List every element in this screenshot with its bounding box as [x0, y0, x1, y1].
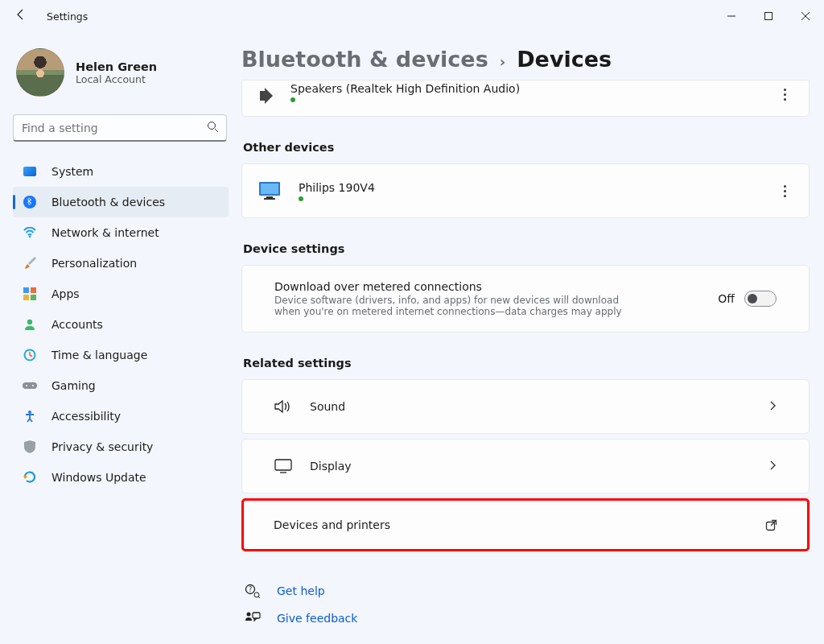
search-input[interactable] [13, 114, 227, 142]
update-icon [23, 470, 37, 485]
sidebar-item-system[interactable]: System [13, 156, 229, 187]
sidebar-item-privacy[interactable]: Privacy & security [13, 431, 229, 462]
metered-toggle[interactable] [744, 291, 777, 307]
search-box[interactable] [13, 114, 227, 142]
sidebar: Helen Green Local Account System Bluetoo… [0, 32, 241, 644]
sidebar-item-accounts[interactable]: Accounts [13, 309, 229, 340]
search-icon [207, 121, 219, 135]
person-icon [23, 317, 37, 332]
sidebar-item-windows-update[interactable]: Windows Update [13, 462, 229, 493]
monitor-icon [258, 181, 281, 200]
help-row: ? Get help [245, 579, 810, 603]
shield-icon [23, 440, 37, 454]
speaker-icon [258, 89, 273, 103]
sidebar-item-bluetooth-devices[interactable]: Bluetooth & devices [13, 187, 229, 217]
device-menu-button[interactable] [777, 179, 793, 204]
chevron-right-icon [768, 400, 777, 414]
svg-rect-6 [23, 295, 29, 300]
accessibility-icon [23, 409, 37, 423]
sidebar-item-gaming[interactable]: Gaming [13, 370, 229, 401]
svg-rect-5 [31, 287, 36, 293]
get-help-link[interactable]: Get help [277, 584, 325, 597]
sidebar-item-apps[interactable]: Apps [13, 279, 229, 309]
back-button[interactable] [11, 8, 31, 24]
breadcrumb: Bluetooth & devices › Devices [241, 47, 810, 72]
display-icon [274, 459, 292, 473]
svg-rect-24 [253, 613, 260, 618]
svg-point-13 [28, 411, 31, 414]
avatar [16, 48, 64, 97]
svg-text:?: ? [249, 586, 252, 593]
sidebar-item-label: System [52, 165, 93, 178]
window-title: Settings [47, 10, 88, 23]
svg-rect-15 [261, 184, 278, 194]
give-feedback-link[interactable]: Give feedback [277, 612, 357, 625]
user-name: Helen Green [76, 60, 157, 73]
link-label: Display [310, 460, 352, 473]
section-device-settings: Device settings [243, 242, 810, 255]
svg-rect-17 [264, 198, 275, 200]
sidebar-item-network[interactable]: Network & internet [13, 217, 229, 248]
related-sound-row[interactable]: Sound [241, 379, 810, 434]
breadcrumb-parent[interactable]: Bluetooth & devices [241, 47, 488, 72]
sidebar-item-label: Apps [52, 287, 80, 300]
sidebar-item-personalization[interactable]: Personalization [13, 248, 229, 279]
svg-point-12 [32, 385, 34, 386]
help-icon: ? [245, 584, 261, 598]
status-indicator [299, 196, 303, 201]
svg-point-23 [247, 613, 251, 617]
profile-block[interactable]: Helen Green Local Account [13, 42, 241, 111]
svg-point-11 [26, 385, 27, 386]
feedback-row: Give feedback [245, 606, 810, 630]
related-display-row[interactable]: Display [241, 439, 810, 493]
sidebar-item-label: Accessibility [52, 410, 121, 423]
device-name: Philips 190V4 [299, 181, 375, 194]
device-name: Speakers (Realtek High Definition Audio) [290, 82, 520, 95]
sound-icon [274, 398, 292, 415]
sidebar-item-label: Privacy & security [52, 440, 153, 453]
svg-point-8 [27, 320, 32, 324]
content-area[interactable]: Bluetooth & devices › Devices Speakers (… [241, 32, 824, 644]
paintbrush-icon [23, 256, 37, 270]
sidebar-item-label: Accounts [52, 318, 103, 331]
system-icon [23, 164, 37, 179]
wifi-icon [23, 225, 37, 240]
sidebar-item-label: Personalization [52, 257, 137, 270]
svg-rect-16 [266, 196, 273, 198]
audio-device-card[interactable]: Speakers (Realtek High Definition Audio) [241, 80, 810, 117]
sidebar-item-label: Windows Update [52, 471, 146, 484]
status-indicator [290, 97, 295, 102]
feedback-icon [245, 611, 261, 625]
section-other-devices: Other devices [243, 141, 810, 154]
svg-rect-18 [275, 460, 291, 470]
minimize-button[interactable] [713, 3, 750, 29]
toggle-state-label: Off [718, 292, 735, 305]
sidebar-item-label: Bluetooth & devices [52, 196, 165, 208]
external-link-icon [765, 519, 777, 531]
user-account-type: Local Account [76, 73, 157, 85]
device-menu-button[interactable] [777, 82, 793, 107]
related-devices-printers-row[interactable]: Devices and printers [241, 498, 810, 551]
sidebar-item-accessibility[interactable]: Accessibility [13, 401, 229, 431]
other-device-card[interactable]: Philips 190V4 [241, 163, 810, 218]
svg-rect-7 [31, 295, 36, 300]
metered-connections-setting: Download over metered connections Device… [241, 265, 810, 332]
sidebar-item-label: Gaming [52, 379, 96, 392]
nav-list: System Bluetooth & devices Network & int… [13, 156, 241, 493]
svg-rect-10 [23, 382, 37, 389]
page-title: Devices [517, 47, 612, 72]
bluetooth-icon [23, 195, 37, 209]
sidebar-item-time-language[interactable]: Time & language [13, 340, 229, 370]
maximize-button[interactable] [750, 3, 787, 29]
close-button[interactable] [787, 3, 824, 29]
setting-description: Device software (drivers, info, and apps… [274, 295, 645, 317]
link-label: Devices and printers [274, 518, 390, 531]
clock-icon [23, 348, 37, 362]
svg-rect-0 [765, 13, 772, 20]
sidebar-item-label: Time & language [52, 349, 147, 361]
svg-rect-4 [23, 287, 29, 293]
chevron-right-icon: › [500, 53, 505, 70]
section-related-settings: Related settings [243, 357, 810, 369]
apps-icon [23, 287, 37, 301]
svg-point-3 [29, 236, 31, 238]
